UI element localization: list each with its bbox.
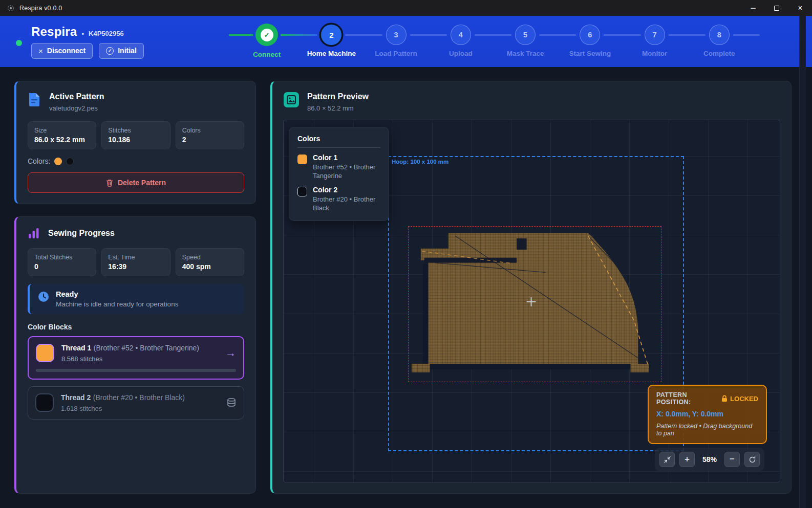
step-upload[interactable]: 4 Upload — [429, 25, 493, 58]
step-label: Home Machine — [307, 50, 356, 57]
initial-label: Initial — [118, 47, 137, 55]
zoom-toolbar: + 58% − — [655, 448, 764, 471]
thread-2-swatch — [35, 393, 54, 412]
step-number: 6 — [580, 25, 600, 45]
legend-title: Colors — [297, 135, 380, 143]
thread-1-name: Thread 1 — [61, 344, 91, 352]
thread-block-2[interactable]: Thread 2 (Brother #20 • Brother Black) 1… — [28, 386, 244, 419]
color-blocks-label: Color Blocks — [28, 323, 244, 331]
thread-block-1[interactable]: Thread 1 (Brother #52 • Brother Tangerin… — [28, 336, 244, 380]
thread-1-progress-bar — [36, 369, 236, 372]
thread-1-stitches: 8.568 stitches — [61, 355, 218, 363]
close-icon: × — [798, 4, 802, 13]
position-coords: X: 0.0mm, Y: 0.0mm — [656, 410, 758, 418]
step-label: Load Pattern — [375, 50, 417, 57]
step-number: 2 — [321, 25, 341, 45]
status-title: Ready — [56, 290, 178, 298]
locked-label: LOCKED — [730, 395, 758, 403]
legend-swatch-black — [297, 187, 307, 196]
window-scrollbar[interactable] — [799, 16, 806, 508]
minimize-icon: ─ — [751, 4, 755, 12]
machine-serial: K4P502956 — [89, 30, 124, 37]
card-title: Sewing Progress — [48, 229, 115, 238]
check-circle-icon: ✓ — [106, 47, 114, 55]
thread-2-name: Thread 2 — [61, 393, 91, 402]
bullet-separator: • — [81, 30, 84, 37]
color-swatch-black — [66, 158, 74, 165]
position-hint: Pattern locked • Drag background to pan — [656, 423, 758, 437]
maximize-button[interactable] — [765, 0, 788, 16]
pattern-filename: valetudogv2.pes — [49, 104, 104, 112]
initial-button[interactable]: ✓ Initial — [99, 43, 144, 59]
disconnect-button[interactable]: × Disconnect — [31, 43, 93, 59]
trash-icon — [106, 179, 113, 187]
step-label: Start Sewing — [569, 50, 611, 57]
step-complete-icon: ✓ — [255, 24, 278, 46]
pattern-dimensions: 86.0 × 52.2 mm — [307, 104, 369, 112]
minimize-button[interactable]: ─ — [741, 0, 765, 16]
delete-pattern-button[interactable]: Delete Pattern — [28, 172, 244, 193]
stat-speed: Speed 400 spm — [176, 248, 244, 276]
layers-icon — [226, 397, 237, 408]
legend-swatch-orange — [297, 154, 307, 164]
stat-stitches: Stitches 10.186 — [101, 121, 170, 149]
title-bar: Respira v0.0.0 ─ × — [0, 0, 812, 16]
legend-item-color-2: Color 2 Brother #20 • Brother Black — [297, 186, 380, 213]
stat-est-time: Est. Time 16:39 — [101, 248, 170, 276]
position-label: PATTERN POSITION: — [656, 391, 721, 406]
app-header: Respira • K4P502956 × Disconnect ✓ Initi… — [0, 16, 812, 67]
step-number: 5 — [515, 25, 536, 45]
disconnect-label: Disconnect — [47, 47, 86, 55]
step-connect[interactable]: ✓ Connect — [234, 25, 299, 58]
window-title: Respira v0.0.0 — [19, 5, 62, 12]
close-button[interactable]: × — [788, 0, 812, 16]
connection-status-dot — [16, 40, 22, 46]
fit-to-screen-button[interactable] — [659, 452, 675, 467]
fit-icon — [664, 456, 671, 463]
step-label: Complete — [703, 50, 735, 57]
brand-name: Respira — [31, 25, 77, 39]
pattern-preview-card: Pattern Preview 86.0 × 52.2 mm Hoop: 100… — [270, 81, 792, 494]
step-number: 3 — [386, 25, 407, 45]
close-icon: × — [38, 47, 43, 55]
step-number: 8 — [709, 25, 730, 45]
step-number: 7 — [645, 25, 665, 45]
arrow-right-icon[interactable]: → — [225, 347, 236, 359]
zoom-out-button[interactable]: − — [724, 452, 740, 467]
step-label: Mask Trace — [507, 50, 544, 57]
step-mask-trace[interactable]: 5 Mask Trace — [493, 25, 558, 58]
zoom-level: 58% — [699, 455, 720, 463]
document-icon — [28, 92, 41, 107]
step-load-pattern[interactable]: 3 Load Pattern — [364, 25, 429, 58]
reset-view-button[interactable] — [744, 452, 760, 467]
card-title: Active Pattern — [49, 92, 104, 101]
sewing-progress-card: Sewing Progress Total Stitches 0 Est. Ti… — [14, 216, 256, 494]
thread-1-swatch — [36, 344, 54, 362]
image-icon — [284, 92, 299, 107]
app-icon — [7, 4, 15, 12]
stat-colors: Colors 2 — [176, 121, 244, 149]
step-complete[interactable]: 8 Complete — [687, 25, 752, 58]
color-swatch-orange — [54, 158, 62, 165]
step-label: Monitor — [642, 50, 668, 57]
card-title: Pattern Preview — [307, 92, 369, 101]
thread-2-detail: (Brother #20 • Brother Black) — [93, 393, 185, 402]
thread-1-detail: (Brother #52 • Brother Tangerine) — [94, 344, 199, 352]
lock-icon — [721, 395, 728, 402]
legend-item-color-1: Color 1 Brother #52 • Brother Tangerine — [297, 153, 380, 181]
step-monitor[interactable]: 7 Monitor — [623, 25, 687, 58]
legend-divider — [297, 147, 380, 148]
step-home-machine[interactable]: 2 Home Machine — [299, 25, 364, 58]
delete-pattern-label: Delete Pattern — [118, 179, 166, 187]
clock-icon — [38, 291, 49, 302]
maximize-icon — [774, 6, 779, 11]
stat-total-stitches: Total Stitches 0 — [28, 248, 96, 276]
workflow-stepper: ✓ Connect 2 Home Machine 3 Load Pattern … — [234, 25, 752, 58]
preview-canvas[interactable]: Hoop: 100 x 100 mm — [283, 120, 780, 482]
colors-row-label: Colors: — [28, 157, 50, 165]
stat-size: Size 86.0 x 52.2 mm — [28, 121, 96, 149]
step-label: Upload — [449, 50, 473, 57]
step-start-sewing[interactable]: 6 Start Sewing — [558, 25, 622, 58]
zoom-in-button[interactable]: + — [679, 452, 695, 467]
colors-legend-panel: Colors Color 1 Brother #52 • Brother Tan… — [289, 127, 389, 221]
